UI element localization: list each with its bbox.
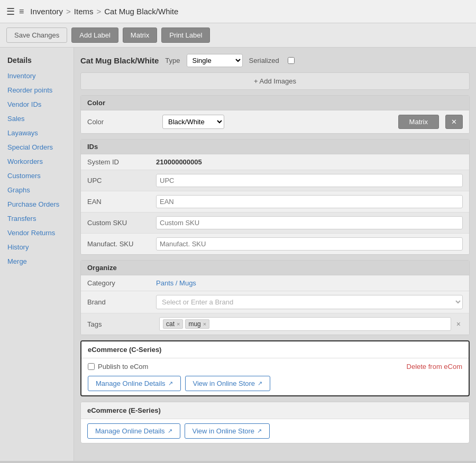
breadcrumb-current: Cat Mug Black/White [104, 7, 178, 16]
view-ext-icon-eseries: ↗ [257, 428, 262, 434]
ecom-cseries-body: Publish to eCom Delete from eCom Manage … [81, 358, 469, 395]
save-changes-button[interactable]: Save Changes [6, 27, 67, 43]
item-header: Cat Mug Black/White Type Single Matrix S… [80, 54, 470, 67]
field-row-brand: Brand Select or Enter a Brand [81, 291, 469, 313]
field-row-ean: EAN [81, 191, 469, 212]
field-row-custom-sku: Custom SKU [81, 212, 469, 234]
type-label: Type [165, 57, 180, 64]
ids-section-body: System ID 210000000005 UPC EAN Custom SK… [81, 154, 469, 254]
ecom-eseries-buttons: Manage Online Details ↗ View in Online S… [87, 423, 463, 439]
sidebar-item-history[interactable]: History [0, 240, 74, 254]
organize-section-header: Organize [81, 261, 469, 275]
sidebar-item-reorder-points[interactable]: Reorder points [0, 83, 74, 97]
sidebar: Details Inventory Reorder points Vendor … [0, 48, 74, 461]
ean-input[interactable] [156, 195, 463, 208]
sidebar-item-vendor-ids[interactable]: Vendor IDs [0, 97, 74, 112]
brand-select[interactable]: Select or Enter a Brand [156, 295, 463, 309]
view-in-online-store-button-eseries[interactable]: View in Online Store ↗ [185, 423, 270, 439]
print-label-button[interactable]: Print Label [161, 27, 210, 43]
field-row-upc: UPC [81, 170, 469, 191]
breadcrumb-items[interactable]: Items [74, 7, 94, 16]
field-row-system-id: System ID 210000000005 [81, 154, 469, 170]
tag-mug-remove[interactable]: × [203, 321, 206, 327]
top-bar: ☰ ≡ Inventory > Items > Cat Mug Black/Wh… [0, 0, 476, 23]
color-matrix-button[interactable]: Matrix [398, 115, 439, 129]
sidebar-item-purchase-orders[interactable]: Purchase Orders [0, 197, 74, 211]
tag-cat: cat × [163, 319, 183, 329]
ecom-eseries-section: eCommerce (E-Series) Manage Online Detai… [80, 402, 470, 443]
color-section-header: Color [81, 96, 469, 110]
color-section: Color Color Black/White Red Blue Matrix … [80, 95, 470, 134]
tag-cat-remove[interactable]: × [177, 321, 180, 327]
type-select[interactable]: Single Matrix Serialized [187, 54, 243, 67]
field-row-tags: Tags cat × mug × × [81, 313, 469, 335]
serialized-label: Serialized [249, 57, 279, 64]
breadcrumb-sep2: > [97, 7, 102, 16]
ecom-cseries-header: eCommerce (C-Series) [81, 341, 469, 358]
hamburger-icon[interactable]: ☰ [6, 6, 15, 17]
brand-label: Brand [87, 298, 156, 306]
sidebar-item-inventory[interactable]: Inventory [0, 69, 74, 83]
view-in-online-store-label-cseries: View in Online Store [193, 379, 255, 387]
ecom-cseries-publish-row: Publish to eCom Delete from eCom [88, 363, 462, 371]
toolbar: Save Changes Add Label Matrix Print Labe… [0, 23, 476, 48]
system-id-label: System ID [87, 158, 156, 166]
upc-input[interactable] [156, 174, 463, 187]
delete-from-ecom-link[interactable]: Delete from eCom [407, 363, 462, 371]
tags-label: Tags [87, 320, 156, 328]
color-row: Color Black/White Red Blue Matrix ✕ [81, 110, 469, 133]
manage-online-details-label-cseries: Manage Online Details [96, 379, 166, 387]
sidebar-item-sales[interactable]: Sales [0, 112, 74, 126]
main-layout: Details Inventory Reorder points Vendor … [0, 48, 476, 461]
nav-icon: ≡ [19, 7, 24, 16]
manage-online-details-button-cseries[interactable]: Manage Online Details ↗ [88, 376, 181, 391]
custom-sku-label: Custom SKU [87, 219, 156, 227]
serialized-checkbox[interactable] [288, 57, 295, 64]
category-label: Category [87, 279, 156, 287]
ecom-cseries-buttons: Manage Online Details ↗ View in Online S… [88, 376, 462, 391]
view-ext-icon-cseries: ↗ [258, 380, 262, 387]
system-id-value: 210000000005 [156, 158, 463, 166]
tag-mug: mug × [185, 319, 209, 329]
color-clear-button[interactable]: ✕ [445, 115, 463, 129]
tags-container: cat × mug × [159, 317, 451, 331]
manage-ext-icon-eseries: ↗ [168, 428, 172, 434]
ean-label: EAN [87, 198, 156, 206]
manufact-sku-label: Manufact. SKU [87, 240, 156, 248]
field-row-manufact-sku: Manufact. SKU [81, 234, 469, 254]
organize-section-body: Category Pants / Mugs Brand Select or En… [81, 275, 469, 335]
ecom-cseries-section: eCommerce (C-Series) Publish to eCom Del… [80, 340, 470, 396]
sidebar-item-workorders[interactable]: Workorders [0, 154, 74, 169]
breadcrumb: Inventory > Items > Cat Mug Black/White [30, 7, 178, 16]
ecom-eseries-body: Manage Online Details ↗ View in Online S… [81, 419, 469, 443]
manage-online-details-button-eseries[interactable]: Manage Online Details ↗ [87, 423, 180, 439]
publish-ecom-checkbox[interactable] [88, 363, 95, 370]
organize-section: Organize Category Pants / Mugs Brand Sel… [80, 260, 470, 335]
color-select[interactable]: Black/White Red Blue [162, 115, 224, 129]
custom-sku-input[interactable] [156, 216, 463, 229]
tag-mug-label: mug [188, 320, 200, 328]
category-value[interactable]: Pants / Mugs [156, 279, 196, 287]
color-field-label: Color [87, 118, 156, 126]
publish-ecom-label: Publish to eCom [98, 363, 148, 371]
manufact-sku-input[interactable] [156, 237, 463, 251]
view-in-online-store-button-cseries[interactable]: View in Online Store ↗ [185, 376, 271, 391]
sidebar-item-vendor-returns[interactable]: Vendor Returns [0, 226, 74, 240]
sidebar-item-graphs[interactable]: Graphs [0, 183, 74, 197]
ids-section: IDs System ID 210000000005 UPC EAN Custo… [80, 139, 470, 255]
sidebar-item-special-orders[interactable]: Special Orders [0, 140, 74, 154]
tag-cat-label: cat [166, 320, 175, 328]
sidebar-item-transfers[interactable]: Transfers [0, 211, 74, 226]
sidebar-section-title: Details [0, 53, 74, 69]
matrix-button[interactable]: Matrix [123, 27, 157, 43]
ecom-eseries-header: eCommerce (E-Series) [81, 402, 469, 419]
add-images-button[interactable]: + Add Images [80, 72, 470, 90]
tags-clear-button[interactable]: × [454, 320, 463, 328]
sidebar-item-merge[interactable]: Merge [0, 254, 74, 268]
breadcrumb-inventory[interactable]: Inventory [30, 7, 63, 16]
sidebar-item-layaways[interactable]: Layaways [0, 126, 74, 140]
sidebar-item-customers[interactable]: Customers [0, 169, 74, 183]
view-in-online-store-label-eseries: View in Online Store [193, 427, 255, 435]
item-title: Cat Mug Black/White [80, 56, 159, 65]
add-label-button[interactable]: Add Label [71, 27, 118, 43]
